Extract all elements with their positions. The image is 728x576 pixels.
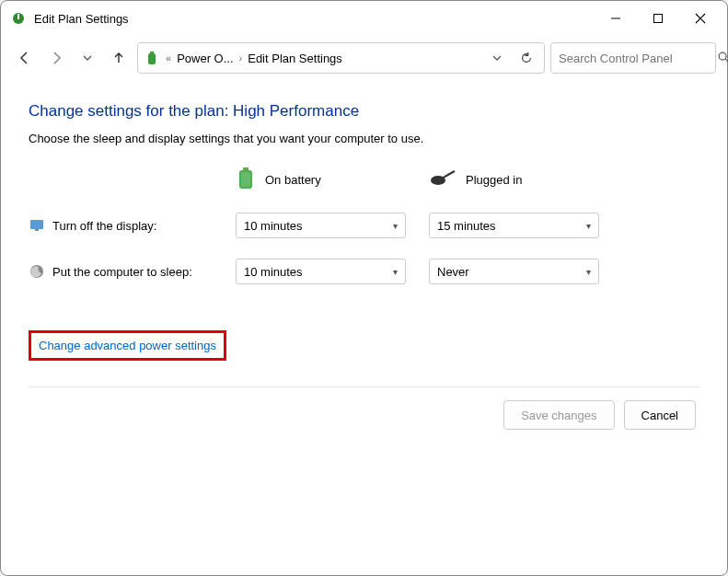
display-plugged-combo[interactable]: 15 minutes ▾: [429, 213, 599, 238]
svg-rect-12: [241, 172, 250, 187]
forward-button[interactable]: [43, 45, 69, 71]
window-controls: [595, 4, 722, 33]
svg-rect-14: [30, 220, 43, 229]
maximize-button[interactable]: [637, 4, 679, 33]
advanced-link-highlight: Change advanced power settings: [29, 330, 226, 361]
chevron-down-icon: ▾: [393, 221, 398, 231]
titlebar: Edit Plan Settings: [1, 1, 727, 36]
svg-point-8: [719, 52, 726, 60]
page-heading: Change settings for the plan: High Perfo…: [29, 102, 699, 121]
search-box[interactable]: [550, 42, 716, 74]
svg-line-5: [696, 14, 705, 23]
chevron-right-icon: ›: [239, 52, 243, 63]
setting-sleep-label: Put the computer to sleep:: [29, 263, 236, 280]
column-battery-label: On battery: [265, 173, 321, 187]
column-on-battery: On battery: [236, 166, 429, 194]
navbar: « Power O... › Edit Plan Settings: [1, 36, 727, 80]
page-subtext: Choose the sleep and display settings th…: [29, 132, 699, 145]
setting-row-display: Turn off the display: 10 minutes ▾ 15 mi…: [29, 213, 699, 238]
address-dropdown-button[interactable]: [485, 46, 509, 70]
columns-header: On battery Plugged in: [29, 166, 699, 194]
sleep-battery-value: 10 minutes: [244, 265, 303, 279]
recent-dropdown-button[interactable]: [75, 45, 100, 71]
address-bar[interactable]: « Power O... › Edit Plan Settings: [137, 42, 545, 74]
content-area: Change settings for the plan: High Perfo…: [1, 80, 727, 575]
svg-rect-1: [17, 14, 19, 19]
setting-row-sleep: Put the computer to sleep: 10 minutes ▾ …: [29, 259, 699, 284]
breadcrumb-root[interactable]: Power O...: [177, 52, 233, 65]
sleep-plugged-combo[interactable]: Never ▾: [429, 259, 599, 284]
search-input[interactable]: [559, 52, 713, 65]
divider: [29, 386, 699, 387]
cancel-button[interactable]: Cancel: [624, 400, 696, 430]
sleep-plugged-value: Never: [437, 265, 469, 279]
svg-rect-6: [148, 53, 156, 64]
minimize-button[interactable]: [595, 4, 637, 33]
display-battery-value: 10 minutes: [244, 219, 303, 233]
sleep-battery-combo[interactable]: 10 minutes ▾: [236, 259, 406, 284]
svg-line-4: [696, 14, 705, 23]
refresh-button[interactable]: [514, 46, 538, 70]
breadcrumb-current[interactable]: Edit Plan Settings: [248, 52, 342, 65]
column-plugged-in: Plugged in: [429, 169, 622, 190]
up-button[interactable]: [106, 45, 132, 71]
svg-rect-7: [150, 52, 154, 54]
svg-rect-15: [35, 229, 39, 231]
back-button[interactable]: [12, 45, 38, 71]
advanced-settings-link[interactable]: Change advanced power settings: [39, 339, 216, 352]
footer-buttons: Save changes Cancel: [29, 400, 699, 430]
app-icon: [10, 10, 27, 27]
chevron-down-icon: ▾: [586, 221, 591, 231]
window-frame: Edit Plan Settings: [0, 0, 728, 576]
setting-display-label: Turn off the display:: [29, 217, 236, 234]
svg-rect-10: [243, 167, 248, 170]
sleep-icon: [29, 263, 45, 280]
chevron-down-icon: ▾: [393, 267, 398, 277]
power-options-icon: [144, 50, 160, 66]
save-button[interactable]: Save changes: [503, 400, 614, 430]
column-plugged-label: Plugged in: [466, 173, 522, 187]
display-plugged-value: 15 minutes: [437, 219, 496, 233]
close-button[interactable]: [679, 4, 722, 33]
plug-icon: [429, 169, 456, 190]
window-title: Edit Plan Settings: [34, 12, 595, 26]
breadcrumb-prefix: «: [166, 52, 171, 63]
display-battery-combo[interactable]: 10 minutes ▾: [236, 213, 406, 238]
svg-rect-3: [654, 15, 663, 23]
battery-icon: [236, 166, 256, 194]
display-icon: [29, 217, 45, 234]
chevron-down-icon: ▾: [586, 267, 591, 277]
search-icon: [717, 51, 728, 66]
